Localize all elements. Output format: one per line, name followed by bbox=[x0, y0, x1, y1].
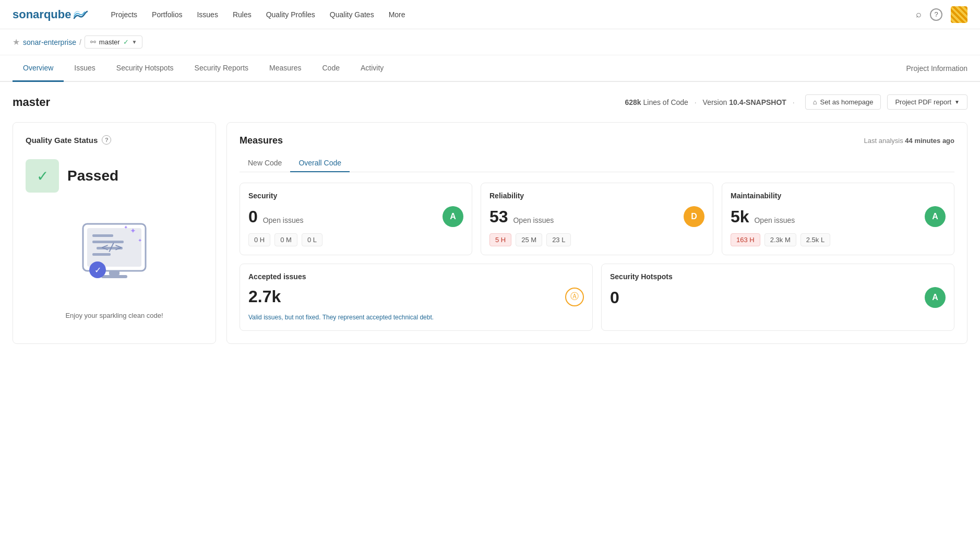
main-content: master 628k Lines of Code · Version 10.4… bbox=[0, 82, 980, 356]
content-grid: Quality Gate Status ? ✓ Passed bbox=[13, 122, 967, 344]
hotspots-badge: A bbox=[925, 287, 946, 308]
breadcrumb-separator: / bbox=[79, 38, 81, 46]
maintainability-main: 5k Open issues A bbox=[731, 206, 946, 227]
clean-code-text: Enjoy your sparkling clean code! bbox=[26, 312, 203, 319]
metrics-row-bottom: Accepted issues 2.7k Ⓐ Valid issues, but… bbox=[240, 264, 954, 331]
svg-text:✦: ✦ bbox=[130, 227, 136, 235]
set-homepage-button[interactable]: ⌂ Set as homepage bbox=[805, 94, 881, 110]
accepted-description: Valid issues, but not fixed. They repres… bbox=[248, 313, 584, 322]
branch-check-icon: ✓ bbox=[123, 38, 129, 46]
reliability-count-wrapper: 53 Open issues bbox=[489, 207, 554, 227]
pdf-dropdown-icon: ▼ bbox=[954, 99, 960, 105]
tab-security-hotspots[interactable]: Security Hotspots bbox=[106, 55, 184, 82]
help-icon[interactable]: ? bbox=[930, 8, 942, 21]
search-icon[interactable]: ⌕ bbox=[916, 9, 922, 20]
reliability-medium: 25 M bbox=[516, 233, 542, 246]
project-link[interactable]: sonar-enterprise bbox=[23, 38, 76, 46]
svg-rect-10 bbox=[109, 271, 119, 275]
quality-gate-help-icon[interactable]: ? bbox=[102, 135, 111, 145]
reliability-title: Reliability bbox=[489, 192, 704, 200]
passed-badge: ✓ bbox=[26, 159, 59, 193]
nav-projects[interactable]: Projects bbox=[104, 6, 144, 23]
tab-overview[interactable]: Overview bbox=[13, 55, 64, 82]
separator-dot-2: · bbox=[793, 98, 795, 106]
security-hotspots-card: Security Hotspots 0 A bbox=[601, 264, 954, 331]
maintainability-low: 2.5k L bbox=[800, 233, 830, 246]
logo[interactable]: sonarqube bbox=[13, 8, 88, 21]
svg-text:✓: ✓ bbox=[94, 266, 101, 275]
passed-section: ✓ Passed bbox=[26, 159, 203, 193]
reliability-badge: D bbox=[684, 206, 704, 227]
accepted-main: 2.7k Ⓐ bbox=[248, 287, 584, 306]
hotspots-title: Security Hotspots bbox=[610, 272, 946, 281]
maintainability-count: 5k bbox=[731, 207, 749, 226]
branch-icon: ⚯ bbox=[90, 38, 96, 46]
measures-card: Measures Last analysis 44 minutes ago Ne… bbox=[226, 122, 967, 344]
security-main: 0 Open issues A bbox=[248, 206, 463, 227]
maintainability-title: Maintainability bbox=[731, 192, 946, 200]
homepage-btn-label: Set as homepage bbox=[820, 98, 874, 106]
clean-code-illustration: </> ✦ ✦ ✦ ✓ bbox=[67, 213, 161, 297]
reliability-low: 23 L bbox=[546, 233, 571, 246]
maintainability-count-wrapper: 5k Open issues bbox=[731, 207, 795, 227]
page-title: master bbox=[13, 96, 50, 109]
reliability-count: 53 bbox=[489, 207, 508, 226]
favorite-icon[interactable]: ★ bbox=[13, 37, 20, 47]
tab-issues[interactable]: Issues bbox=[64, 55, 105, 82]
sub-nav-links: Overview Issues Security Hotspots Securi… bbox=[13, 55, 394, 81]
svg-rect-11 bbox=[101, 275, 127, 278]
reliability-label: Open issues bbox=[513, 216, 554, 224]
svg-rect-2 bbox=[92, 234, 113, 237]
security-count-wrapper: 0 Open issues bbox=[248, 207, 304, 227]
nav-links: Projects Portfolios Issues Rules Quality… bbox=[104, 6, 916, 23]
accepted-title: Accepted issues bbox=[248, 272, 584, 281]
nav-more[interactable]: More bbox=[383, 6, 412, 23]
sub-navigation: Overview Issues Security Hotspots Securi… bbox=[0, 55, 980, 82]
hotspots-count: 0 bbox=[610, 288, 619, 307]
svg-text:✦: ✦ bbox=[138, 237, 142, 243]
quality-gate-status: Passed bbox=[67, 168, 118, 184]
project-information-link[interactable]: Project Information bbox=[906, 56, 968, 81]
pdf-btn-label: Project PDF report bbox=[895, 98, 951, 106]
measures-tabs: New Code Overall Code bbox=[240, 154, 954, 172]
nav-portfolios[interactable]: Portfolios bbox=[146, 6, 188, 23]
accepted-badge-icon: Ⓐ bbox=[565, 288, 584, 306]
pdf-report-button[interactable]: Project PDF report ▼ bbox=[887, 94, 967, 110]
tab-activity[interactable]: Activity bbox=[350, 55, 394, 82]
separator-dot: · bbox=[695, 98, 697, 106]
tab-code[interactable]: Code bbox=[312, 55, 350, 82]
measures-header: Measures Last analysis 44 minutes ago bbox=[240, 135, 954, 146]
nav-issues[interactable]: Issues bbox=[190, 6, 224, 23]
security-count: 0 bbox=[248, 207, 258, 226]
security-label: Open issues bbox=[263, 216, 304, 224]
nav-quality-gates[interactable]: Quality Gates bbox=[324, 6, 380, 23]
nav-rules[interactable]: Rules bbox=[226, 6, 258, 23]
last-analysis-time: 44 minutes ago bbox=[905, 137, 954, 145]
maintainability-breakdown: 163 H 2.3k M 2.5k L bbox=[731, 233, 946, 246]
measures-title: Measures bbox=[240, 135, 283, 146]
maintainability-label: Open issues bbox=[754, 216, 795, 224]
top-navigation: sonarqube Projects Portfolios Issues Rul… bbox=[0, 0, 980, 29]
security-metric-card: Security 0 Open issues A 0 H 0 M 0 L bbox=[240, 183, 472, 255]
reliability-metric-card: Reliability 53 Open issues D 5 H 25 M 23… bbox=[481, 183, 713, 255]
reliability-high: 5 H bbox=[489, 233, 511, 246]
reliability-breakdown: 5 H 25 M 23 L bbox=[489, 233, 704, 246]
quality-gate-title: Quality Gate Status ? bbox=[26, 135, 203, 145]
logo-text: sonarqube bbox=[13, 8, 71, 21]
branch-selector[interactable]: ⚯ master ✓ ▼ bbox=[85, 35, 143, 49]
tab-measures[interactable]: Measures bbox=[259, 55, 312, 82]
security-badge: A bbox=[443, 206, 463, 227]
nav-quality-profiles[interactable]: Quality Profiles bbox=[260, 6, 321, 23]
version-value: 10.4-SNAPSHOT bbox=[729, 98, 786, 106]
accepted-count: 2.7k bbox=[248, 287, 281, 306]
tab-overall-code[interactable]: Overall Code bbox=[290, 154, 350, 172]
breadcrumb: ★ sonar-enterprise / ⚯ master ✓ ▼ bbox=[0, 29, 980, 55]
logo-waves-icon bbox=[73, 9, 88, 20]
avatar[interactable] bbox=[951, 6, 967, 23]
security-medium: 0 M bbox=[274, 233, 297, 246]
version-label: Version bbox=[703, 98, 727, 106]
tab-new-code[interactable]: New Code bbox=[240, 154, 290, 172]
security-title: Security bbox=[248, 192, 463, 200]
tab-security-reports[interactable]: Security Reports bbox=[184, 55, 259, 82]
accepted-issues-card: Accepted issues 2.7k Ⓐ Valid issues, but… bbox=[240, 264, 593, 331]
